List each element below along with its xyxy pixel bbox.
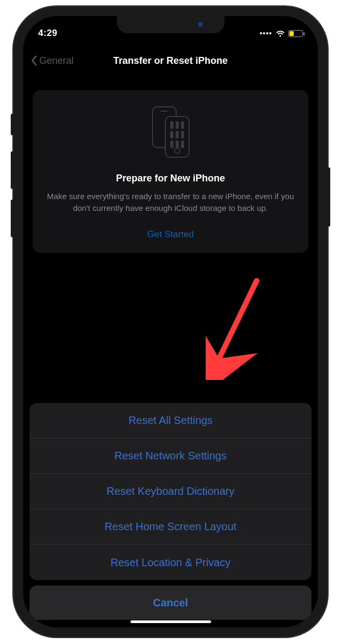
cancel-button[interactable]: Cancel <box>30 586 311 620</box>
reset-keyboard-dictionary[interactable]: Reset Keyboard Dictionary <box>30 474 311 509</box>
battery-fill <box>289 31 294 36</box>
status-time: 4:29 <box>38 28 57 39</box>
prepare-illustration <box>43 106 298 158</box>
wifi-icon <box>275 30 285 37</box>
prepare-title: Prepare for New iPhone <box>43 173 298 184</box>
side-button <box>328 167 330 226</box>
phone-front-icon <box>165 116 190 158</box>
volume-up-button <box>11 151 13 189</box>
screen: 4:29 •••• General Transfer or Reset iPho… <box>23 16 318 627</box>
mute-switch <box>11 114 13 135</box>
volume-down-button <box>11 200 13 237</box>
home-indicator[interactable] <box>130 620 211 623</box>
action-sheet: Reset All Settings Reset Network Setting… <box>23 403 318 627</box>
page-title: Transfer or Reset iPhone <box>113 55 228 67</box>
prepare-card: Prepare for New iPhone Make sure everyth… <box>33 90 308 253</box>
reset-location-privacy[interactable]: Reset Location & Privacy <box>30 545 311 580</box>
battery-icon <box>288 30 303 37</box>
reset-all-settings[interactable]: Reset All Settings <box>30 403 311 438</box>
get-started-link[interactable]: Get Started <box>43 229 298 240</box>
reset-network-settings[interactable]: Reset Network Settings <box>30 438 311 474</box>
back-label: General <box>39 55 74 67</box>
reset-home-screen-layout[interactable]: Reset Home Screen Layout <box>30 509 311 545</box>
prepare-description: Make sure everything's ready to transfer… <box>43 191 298 214</box>
cellular-icon: •••• <box>259 29 272 38</box>
device-frame: 4:29 •••• General Transfer or Reset iPho… <box>13 6 328 637</box>
notch <box>117 16 224 33</box>
navigation-bar: General Transfer or Reset iPhone <box>23 48 318 73</box>
front-camera-icon <box>198 21 204 28</box>
back-button[interactable]: General <box>31 55 74 67</box>
chevron-left-icon <box>31 55 37 66</box>
